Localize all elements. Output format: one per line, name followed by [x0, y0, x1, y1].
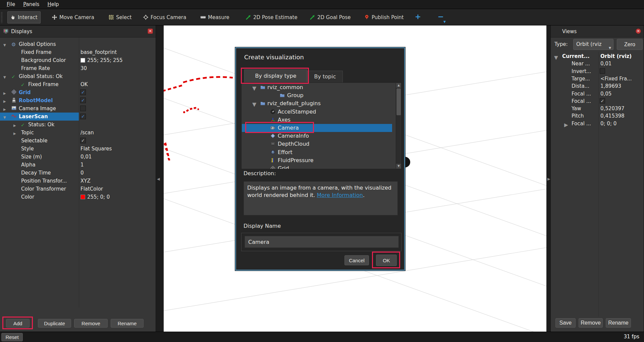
- more-information-link[interactable]: More Information: [317, 192, 363, 198]
- view-row-near-[interactable]: Near ...0,01: [551, 60, 644, 67]
- scroll-down-icon[interactable]: ▼: [396, 164, 401, 168]
- view-row-current-[interactable]: ▼Current...Orbit (rviz): [551, 53, 644, 60]
- plugin-row-accelstamped[interactable]: AccelStamped: [242, 108, 392, 116]
- display-row-global-options[interactable]: ▼⚙Global Options: [0, 40, 156, 48]
- view-row-targe-[interactable]: Targe...<Fixed Fra...: [551, 75, 644, 82]
- add-button[interactable]: Add: [6, 319, 30, 328]
- plugin-row-fluidpressure[interactable]: FluidPressure: [242, 156, 392, 164]
- plugin-row-rviz_default_plugins[interactable]: ▼rviz_default_plugins: [242, 99, 392, 108]
- rename-button[interactable]: Rename: [111, 319, 144, 328]
- menu-file[interactable]: File: [3, 1, 18, 8]
- collapse-left-icon[interactable]: ◀: [157, 177, 160, 181]
- zero-button[interactable]: Zero: [617, 39, 643, 50]
- checkbox[interactable]: ✓: [80, 138, 86, 143]
- display-name-input[interactable]: [245, 236, 399, 248]
- view-row-focal-[interactable]: Focal ...✓: [551, 97, 644, 105]
- expander-icon[interactable]: ▼: [252, 101, 256, 108]
- display-row-background-color[interactable]: Background Color255; 255; 255: [0, 56, 156, 64]
- views-save-button[interactable]: Save: [555, 318, 576, 328]
- expander-icon[interactable]: ▼: [252, 85, 256, 92]
- display-row-grid[interactable]: ▶Grid✓: [0, 88, 156, 96]
- expander-icon[interactable]: ▼: [3, 114, 6, 121]
- tab-by-topic[interactable]: By topic: [307, 71, 343, 82]
- expander-icon[interactable]: ▶: [564, 122, 568, 128]
- tool-2d-goal-pose[interactable]: 2D Goal Pose: [307, 11, 354, 23]
- tool-interact[interactable]: Interact: [7, 11, 41, 23]
- display-row-position-transfor-[interactable]: Position Transfor...XYZ: [0, 177, 156, 185]
- checkbox[interactable]: ✓: [80, 97, 86, 103]
- display-row-alpha[interactable]: Alpha1: [0, 161, 156, 169]
- view-row-invert-[interactable]: Invert...: [551, 68, 644, 75]
- tab-by-display-type[interactable]: By display type: [244, 69, 307, 82]
- close-icon[interactable]: ✕: [148, 28, 153, 34]
- right-splitter[interactable]: ▶: [546, 25, 550, 332]
- views-rename-button[interactable]: Rename: [606, 318, 631, 328]
- checkbox[interactable]: ✓: [80, 89, 86, 95]
- expander-icon[interactable]: ▼: [3, 74, 6, 81]
- display-row-fixed-frame[interactable]: ✓Fixed FrameOK: [0, 80, 156, 88]
- plugin-row-axes[interactable]: Axes: [242, 116, 392, 124]
- checkbox[interactable]: ✓: [600, 98, 605, 104]
- tool-move-camera[interactable]: Move Camera: [49, 11, 97, 23]
- display-row-topic[interactable]: ▶Topic/scan: [0, 129, 156, 137]
- plugin-row-rviz_common[interactable]: ▼rviz_common: [242, 83, 392, 91]
- view-row-yaw[interactable]: Yaw0,520397: [551, 105, 644, 112]
- expander-icon[interactable]: ▶: [3, 106, 6, 113]
- checkbox[interactable]: [600, 68, 605, 74]
- scroll-up-icon[interactable]: ▲: [396, 83, 401, 88]
- view-row-focal-[interactable]: Focal ...0,05: [551, 90, 644, 97]
- plugin-row-camera[interactable]: Camera: [242, 124, 392, 132]
- display-row-laserscan[interactable]: ▼LaserScan✓: [0, 113, 156, 121]
- expander-icon[interactable]: ▼: [3, 42, 6, 49]
- display-row-size-m-[interactable]: Size (m)0,01: [0, 153, 156, 161]
- display-row-decay-time[interactable]: Decay Time0: [0, 169, 156, 177]
- tool-select[interactable]: Select: [106, 11, 134, 23]
- menu-panels[interactable]: Panels: [20, 1, 43, 8]
- display-row-fixed-frame[interactable]: Fixed Framebase_footprint: [0, 48, 156, 56]
- left-splitter[interactable]: ◀: [156, 25, 164, 332]
- view-row-dista-[interactable]: Dista...1,89693: [551, 82, 644, 90]
- display-row-camera-image[interactable]: ▶Camera Image: [0, 105, 156, 113]
- reset-button[interactable]: Reset: [1, 333, 23, 341]
- expander-icon[interactable]: ▶: [3, 98, 6, 105]
- view-row-focal-[interactable]: ▶Focal ...0; 0; 0: [551, 120, 644, 127]
- cancel-button[interactable]: Cancel: [344, 255, 369, 265]
- close-icon[interactable]: ✕: [636, 28, 641, 34]
- expander-icon[interactable]: ▶: [3, 90, 6, 97]
- plugin-row-camerainfo[interactable]: CameraInfo: [242, 132, 392, 140]
- display-row-frame-rate[interactable]: Frame Rate30: [0, 64, 156, 72]
- scroll-thumb[interactable]: [396, 88, 401, 115]
- plugin-row-grid[interactable]: Grid: [242, 164, 392, 169]
- display-row-status-ok[interactable]: ▶✓Status: Ok: [0, 121, 156, 129]
- scrollbar[interactable]: ▲ ▼: [396, 83, 401, 168]
- display-row-style[interactable]: StyleFlat Squares: [0, 145, 156, 153]
- menu-help[interactable]: Help: [44, 1, 62, 8]
- duplicate-button[interactable]: Duplicate: [38, 319, 71, 328]
- view-type-dropdown[interactable]: Orbit (rviz ▼: [573, 39, 613, 50]
- expander-icon[interactable]: ▶: [13, 130, 16, 137]
- view-row-pitch[interactable]: Pitch0,415398: [551, 112, 644, 120]
- add-tool-button[interactable]: +: [413, 12, 423, 21]
- views-remove-button[interactable]: Remove: [579, 318, 603, 328]
- toolbar-drag-handle[interactable]: [1, 12, 3, 23]
- tool-2d-pose-estimate[interactable]: 2D Pose Estimate: [243, 11, 300, 23]
- display-row-color[interactable]: Color255; 0; 0: [0, 193, 156, 201]
- expander-icon[interactable]: ▶: [13, 122, 16, 129]
- remove-button[interactable]: Remove: [74, 319, 108, 328]
- row-label: Frame Rate: [21, 65, 50, 72]
- display-row-color-transformer[interactable]: Color TransformerFlatColor: [0, 185, 156, 193]
- remove-tool-button[interactable]: −: [436, 12, 445, 21]
- plugin-row-group[interactable]: Group: [242, 91, 392, 99]
- checkbox[interactable]: [80, 106, 86, 111]
- collapse-right-icon[interactable]: ▶: [547, 177, 550, 181]
- checkbox[interactable]: ✓: [80, 114, 86, 119]
- tool-focus-camera[interactable]: Focus Camera: [141, 11, 189, 23]
- tool-measure[interactable]: Measure: [198, 11, 232, 23]
- display-row-global-status-ok[interactable]: ▼✓Global Status: Ok: [0, 72, 156, 80]
- tool-publish-point[interactable]: Publish Point: [362, 11, 406, 23]
- display-row-selectable[interactable]: Selectable✓: [0, 137, 156, 145]
- ok-button[interactable]: OK: [376, 255, 397, 266]
- display-row-robotmodel[interactable]: ▶RobotModel✓: [0, 96, 156, 105]
- plugin-row-depthcloud[interactable]: DepthCloud: [242, 140, 392, 148]
- plugin-row-effort[interactable]: Effort: [242, 148, 392, 156]
